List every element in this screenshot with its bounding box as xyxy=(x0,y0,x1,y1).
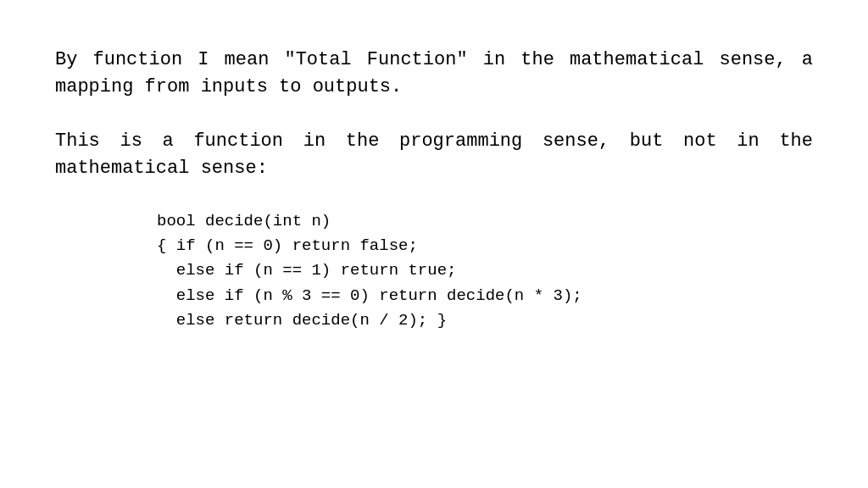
page-container: By function I mean "Total Function" in t… xyxy=(0,0,868,488)
paragraph-1: By function I mean "Total Function" in t… xyxy=(55,47,813,101)
code-text: bool decide(int n) { if (n == 0) return … xyxy=(157,209,813,334)
paragraph-2: This is a function in the programming se… xyxy=(55,128,813,182)
code-block: bool decide(int n) { if (n == 0) return … xyxy=(55,209,813,334)
